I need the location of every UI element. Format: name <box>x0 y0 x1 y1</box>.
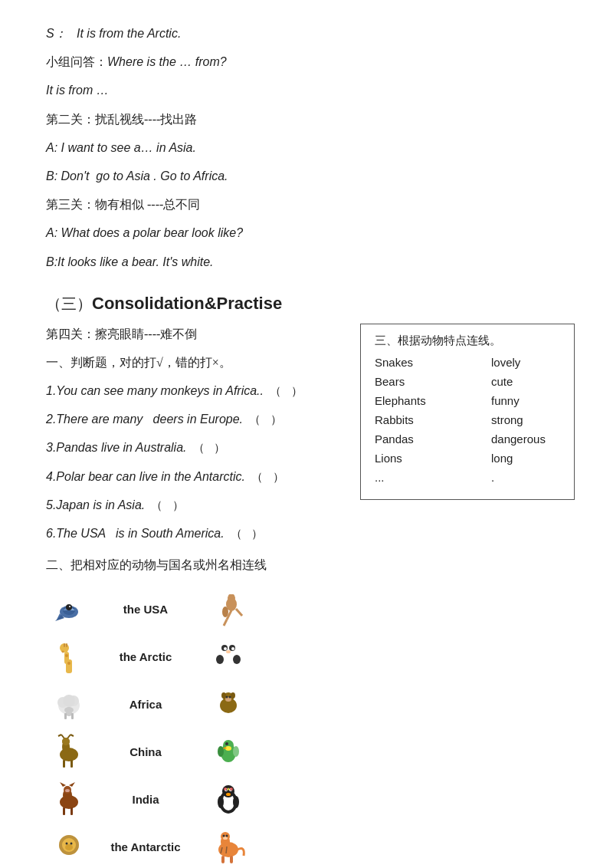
location-usa: the USA <box>92 603 199 616</box>
svg-rect-71 <box>63 807 65 815</box>
match-row-4: Rabbits strong <box>375 413 560 426</box>
svg-rect-40 <box>71 713 74 719</box>
svg-point-102 <box>223 837 228 840</box>
panda-icon <box>208 636 248 676</box>
giraffe-img <box>46 636 92 676</box>
location-china: China <box>92 745 199 758</box>
svg-line-14 <box>236 609 242 616</box>
match-trait-7: . <box>491 471 560 484</box>
location-arctic: the Arctic <box>92 650 199 663</box>
svg-point-81 <box>218 796 224 808</box>
svg-line-101 <box>226 847 227 853</box>
sentence-4: 4.Polar bear can live in the Antarctic. … <box>46 466 345 487</box>
svg-point-43 <box>221 692 226 699</box>
svg-point-30 <box>226 650 231 653</box>
parrot-img <box>205 732 251 771</box>
svg-rect-105 <box>221 856 225 863</box>
giraffe-icon <box>49 636 89 676</box>
text-s7: 第三关：物有相似 ----总不同 <box>46 198 200 211</box>
svg-rect-39 <box>64 713 67 719</box>
line-s5: A: I want to see a… in Asia. <box>46 137 575 158</box>
match-row-6: Lions long <box>375 452 560 465</box>
svg-point-61 <box>225 742 228 745</box>
match-trait-1: lovely <box>491 356 560 369</box>
bird-icon <box>49 589 89 629</box>
animal-row-4: China <box>46 730 345 773</box>
svg-point-36 <box>63 695 75 707</box>
svg-marker-69 <box>69 782 75 787</box>
svg-point-80 <box>226 793 231 796</box>
svg-point-85 <box>228 788 230 791</box>
parrot-icon <box>208 732 248 771</box>
line-s6: B: Don't go to Asia . Go to Africa. <box>46 166 575 186</box>
sheep-icon <box>49 684 89 724</box>
svg-point-70 <box>65 789 70 792</box>
sentence-5-text: 5.Japan is in Asia. <box>46 498 145 511</box>
sentence-6: 6.The USA is in South America. （ ） <box>46 523 345 544</box>
kangaroo-img <box>205 589 251 629</box>
sentence-5: 5.Japan is in Asia. （ ） <box>46 495 345 515</box>
svg-point-31 <box>216 655 224 664</box>
svg-point-4 <box>66 604 72 610</box>
svg-line-51 <box>61 735 64 738</box>
line-s1: S： It is from the Arctic. <box>46 23 575 44</box>
line-s2: 小组问答：Where is the … from? <box>46 51 575 72</box>
penguin-icon <box>208 779 248 819</box>
svg-point-55 <box>62 738 70 745</box>
sentence-6-paren: （ ） <box>228 527 264 540</box>
sentence-3-text: 3.Pandas live in Australia. <box>46 441 187 454</box>
svg-rect-106 <box>230 856 233 863</box>
svg-point-22 <box>67 662 70 665</box>
sentence-1-paren: （ ） <box>267 384 303 397</box>
section-title-zh: （三） <box>46 295 92 312</box>
location-antarctic: the Antarctic <box>92 840 199 853</box>
match-trait-3: funny <box>491 394 560 407</box>
svg-point-103 <box>223 835 225 837</box>
svg-point-29 <box>231 647 234 650</box>
match-animal-5: Pandas <box>375 432 444 446</box>
sentence-4-text: 4.Polar bear can live in the Antarctic. <box>46 470 245 483</box>
svg-marker-68 <box>60 782 66 787</box>
svg-point-5 <box>69 606 70 607</box>
right-box-title: 三、根据动物特点连线。 <box>375 334 560 348</box>
match-row-3: Elephants funny <box>375 394 560 407</box>
match-animal-4: Rabbits <box>375 413 444 426</box>
text-s2: 小组问答：Where is the … from? <box>46 55 227 68</box>
animal-matching: the USA <box>46 587 345 868</box>
svg-rect-20 <box>66 643 67 647</box>
match-animal-1: Snakes <box>375 356 444 369</box>
main-content: 第四关：擦亮眼睛----难不倒 一、判断题，对的打√，错的打×。 1.You c… <box>46 324 575 868</box>
line-s7: 第三关：物有相似 ----总不同 <box>46 194 575 215</box>
panda-img <box>205 636 251 676</box>
svg-point-38 <box>66 710 72 716</box>
svg-point-47 <box>229 696 231 699</box>
deer-icon <box>49 732 89 771</box>
svg-point-32 <box>233 655 241 664</box>
match-row-1: Snakes lovely <box>375 356 560 369</box>
lion-img <box>46 827 92 866</box>
sentence-1-text: 1.You can see many monkeys in Africa.. <box>46 384 264 397</box>
svg-point-10 <box>231 594 234 599</box>
svg-rect-72 <box>70 807 73 815</box>
fox-icon <box>49 779 89 819</box>
svg-point-82 <box>233 796 239 808</box>
sentence-3: 3.Pandas live in Australia. （ ） <box>46 437 345 458</box>
sentence-2-paren: （ ） <box>246 413 282 426</box>
tiger-icon <box>208 827 248 866</box>
text-s6: B: Don't go to Asia . Go to Africa. <box>46 169 228 182</box>
svg-rect-57 <box>70 760 73 768</box>
tiger-img <box>205 827 251 866</box>
sentence-1: 1.You can see many monkeys in Africa.. （… <box>46 380 345 401</box>
sentence-2: 2.There are many deers in Europe. （ ） <box>46 409 345 429</box>
match-trait-6: long <box>491 452 560 465</box>
lion-icon <box>49 827 89 866</box>
svg-rect-19 <box>64 643 65 647</box>
svg-point-83 <box>224 787 227 791</box>
kangaroo-icon <box>208 589 248 629</box>
left-column: 第四关：擦亮眼睛----难不倒 一、判断题，对的打√，错的打×。 1.You c… <box>46 324 345 868</box>
match-trait-2: cute <box>491 375 560 388</box>
match-trait-5: dangerous <box>491 432 560 446</box>
svg-point-104 <box>226 835 228 837</box>
line-s8: A: What does a polar bear look like? <box>46 222 575 243</box>
text-s9: B:It looks like a bear. It's white. <box>46 255 214 268</box>
